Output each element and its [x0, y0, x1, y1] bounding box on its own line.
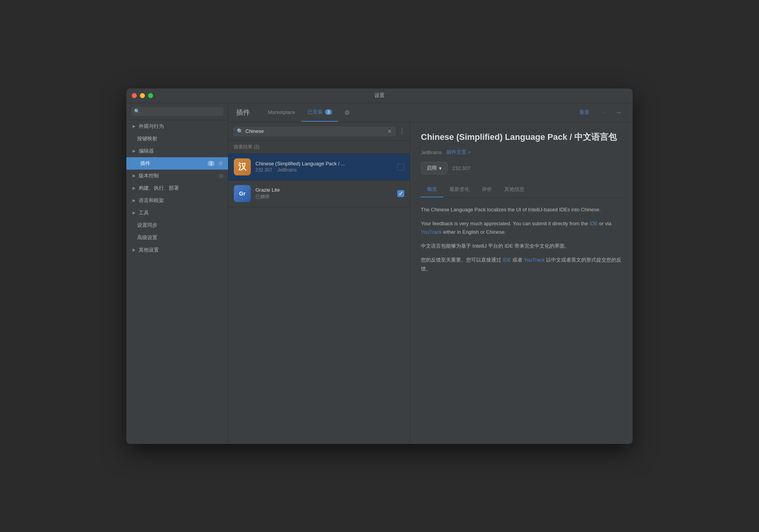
plugin-icon-grazie: Gr	[234, 185, 251, 202]
nav-buttons: 重置 ← →	[579, 107, 625, 118]
clear-search-button[interactable]: ✕	[387, 128, 392, 134]
plugin-checkbox-chinese[interactable]	[397, 163, 404, 170]
forward-button[interactable]: →	[612, 107, 625, 118]
plugin-search-input[interactable]	[245, 128, 385, 134]
plugin-checkbox-grazie[interactable]: ✓	[397, 190, 404, 197]
detail-meta: JetBrains 插件主页 ↗	[421, 149, 622, 156]
dropdown-icon: ▾	[439, 165, 442, 171]
title-bar: 设置	[126, 88, 633, 103]
chevron-icon: ▶	[133, 124, 136, 128]
plugin-search-icon: 🔍	[237, 128, 243, 134]
tab-label: 评价	[482, 186, 492, 192]
installed-badge: 3	[325, 109, 332, 115]
plugin-icon-text: Gr	[239, 190, 245, 197]
sidebar: 🔍 ▶ 外观与行为 按键映射 ▶ 编辑器 插件 3 ⚙	[126, 103, 228, 444]
ide-link-en[interactable]: IDE	[589, 221, 598, 226]
search-results-label: 搜索结果 (2)	[228, 141, 410, 154]
sidebar-item-advanced[interactable]: 高级设置	[126, 231, 228, 244]
sidebar-item-vcs[interactable]: ▶ 版本控制 ⊞	[126, 170, 228, 182]
chevron-icon: ▶	[133, 186, 136, 190]
more-options-button[interactable]: ⋮	[399, 127, 405, 135]
window-title: 设置	[374, 92, 385, 99]
detail-title: Chinese (Simplified) Language Pack / 中文语…	[421, 132, 622, 143]
main-window: 设置 🔍 ▶ 外观与行为 按键映射 ▶ 编辑器	[126, 88, 633, 444]
plugin-items: 汉 Chinese (Simplified) Language Pack / .…	[228, 154, 410, 444]
close-button[interactable]	[132, 93, 137, 98]
plugin-item-chinese[interactable]: 汉 Chinese (Simplified) Language Pack / .…	[228, 154, 410, 180]
tab-reviews[interactable]: 评价	[476, 182, 498, 197]
maximize-button[interactable]	[148, 93, 153, 98]
sidebar-item-label: 设置同步	[137, 222, 157, 229]
back-button[interactable]: ←	[597, 107, 610, 118]
chevron-icon: ▶	[133, 198, 136, 202]
sidebar-item-other[interactable]: ▶ 其他设置	[126, 244, 228, 256]
sidebar-item-label: 工具	[139, 209, 149, 216]
plugin-icon-chinese: 汉	[234, 158, 251, 175]
sidebar-item-sync[interactable]: 设置同步	[126, 219, 228, 231]
chevron-icon: ▶	[133, 149, 136, 153]
description-en-1: The Chinese Language Pack localizes the …	[421, 206, 622, 214]
sidebar-item-label: 高级设置	[137, 234, 157, 241]
plugin-detail: Chinese (Simplified) Language Pack / 中文语…	[410, 122, 633, 444]
vcs-icon: ⊞	[219, 173, 223, 179]
sidebar-item-build[interactable]: ▶ 构建、执行、部署	[126, 182, 228, 194]
tab-label: 其他信息	[504, 186, 524, 192]
sidebar-item-keymap[interactable]: 按键映射	[126, 133, 228, 145]
tab-overview[interactable]: 概览	[421, 182, 443, 197]
description-en-2: Your feedback is very much appreciated. …	[421, 219, 622, 236]
plugin-meta-grazie: 已捆绑	[255, 194, 393, 200]
plugin-author: JetBrains	[277, 167, 297, 173]
sidebar-item-label: 外观与行为	[139, 123, 164, 130]
tab-marketplace[interactable]: Marketplace	[262, 104, 301, 121]
gear-button[interactable]: ⚙	[341, 106, 353, 119]
sidebar-item-label: 插件	[140, 160, 150, 167]
tab-installed[interactable]: 已安装 3	[301, 103, 338, 122]
sidebar-item-label: 编辑器	[139, 148, 154, 155]
plugins-header: 插件 Marketplace 已安装 3 ⚙ 重置 ← →	[228, 103, 633, 122]
plugins-content: 🔍 ✕ ⋮ 搜索结果 (2) 汉	[228, 122, 633, 444]
enable-button[interactable]: 启用 ▾	[421, 162, 448, 174]
plugin-page-link[interactable]: 插件主页 ↗	[446, 149, 471, 156]
settings-icon[interactable]: ⚙	[218, 160, 223, 167]
sidebar-item-label: 语言和框架	[139, 197, 164, 204]
plugin-page-label: 插件主页	[446, 149, 466, 156]
external-link-icon: ↗	[468, 150, 471, 155]
ide-link-zh[interactable]: IDE	[503, 257, 511, 263]
plugin-item-grazie[interactable]: Gr Grazie Lite 已捆绑 ✓	[228, 180, 410, 207]
sidebar-search-wrap: 🔍	[131, 107, 223, 116]
reset-button[interactable]: 重置	[579, 109, 589, 116]
traffic-lights	[132, 93, 153, 98]
sidebar-item-label: 其他设置	[139, 246, 159, 253]
sidebar-item-lang[interactable]: ▶ 语言和框架	[126, 194, 228, 207]
detail-tabs: 概览 最新变化 评价 其他信息	[421, 182, 622, 198]
tab-label: 最新变化	[449, 186, 470, 192]
minimize-button[interactable]	[140, 93, 145, 98]
main-area: 插件 Marketplace 已安装 3 ⚙ 重置 ← →	[228, 103, 633, 444]
plugin-version: 232.307	[255, 167, 272, 173]
plugin-list: 🔍 ✕ ⋮ 搜索结果 (2) 汉	[228, 122, 410, 444]
sidebar-search-input[interactable]	[142, 109, 220, 114]
detail-version: 232.307	[452, 165, 470, 171]
plugin-info-chinese: Chinese (Simplified) Language Pack / ...…	[255, 161, 393, 173]
youtrack-link-zh[interactable]: YouTrack	[524, 257, 545, 263]
description-zh-1: 中文语言包能够为基于 IntelliJ 平台的 IDE 带来完全中文化的界面。	[421, 242, 622, 250]
sidebar-search-icon: 🔍	[134, 109, 140, 114]
chevron-icon: ▶	[133, 211, 136, 215]
tab-label: 已安装	[308, 109, 323, 116]
sidebar-search-bar: 🔍	[126, 103, 228, 120]
sidebar-item-tools[interactable]: ▶ 工具	[126, 207, 228, 219]
detail-actions: 启用 ▾ 232.307	[421, 162, 622, 174]
tab-label: 概览	[427, 186, 437, 192]
description-zh-2: 您的反馈至关重要。您可以直接通过 IDE 或者 YouTrack 以中文或者英文…	[421, 256, 622, 273]
youtrack-link-en[interactable]: YouTrack	[421, 229, 442, 235]
tab-changelog[interactable]: 最新变化	[443, 182, 476, 197]
plugin-name-grazie: Grazie Lite	[255, 187, 393, 193]
plugin-info-grazie: Grazie Lite 已捆绑	[255, 187, 393, 200]
sidebar-item-appearance[interactable]: ▶ 外观与行为	[126, 120, 228, 133]
sidebar-item-label: 按键映射	[137, 135, 157, 142]
sidebar-item-plugins[interactable]: 插件 3 ⚙	[126, 157, 228, 170]
sidebar-item-editor[interactable]: ▶ 编辑器	[126, 145, 228, 157]
plugin-meta-chinese: 232.307 JetBrains	[255, 167, 393, 173]
plugin-name-chinese: Chinese (Simplified) Language Pack / ...	[255, 161, 393, 167]
tab-other-info[interactable]: 其他信息	[498, 182, 531, 197]
